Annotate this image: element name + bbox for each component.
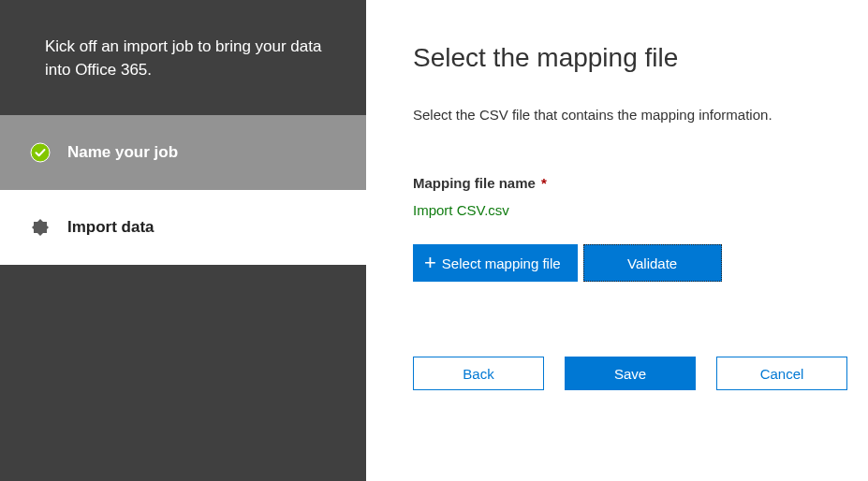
plus-icon: + (424, 253, 436, 273)
wizard-step-import-data[interactable]: Import data (0, 190, 366, 265)
svg-point-0 (31, 143, 50, 162)
file-action-row: + Select mapping file Validate (413, 244, 847, 282)
wizard-step-name-job[interactable]: Name your job (0, 115, 366, 190)
sidebar-intro-text: Kick off an import job to bring your dat… (0, 0, 366, 115)
back-button[interactable]: Back (413, 357, 544, 390)
field-label-text: Mapping file name (413, 175, 536, 191)
required-asterisk: * (541, 175, 547, 191)
current-step-icon (30, 217, 51, 238)
save-button[interactable]: Save (565, 357, 696, 390)
validate-button-label: Validate (627, 255, 677, 271)
page-title: Select the mapping file (413, 43, 847, 73)
select-mapping-file-button[interactable]: + Select mapping file (413, 244, 578, 282)
step-label: Import data (67, 218, 154, 237)
mapping-file-label: Mapping file name * (413, 175, 847, 191)
page-description: Select the CSV file that contains the ma… (413, 107, 847, 123)
select-button-label: Select mapping file (442, 255, 561, 271)
sidebar-fill (0, 265, 366, 481)
wizard-button-bar: Back Save Cancel (413, 357, 847, 390)
wizard-main-panel: Select the mapping file Select the CSV f… (366, 0, 868, 481)
wizard-container: Kick off an import job to bring your dat… (0, 0, 868, 481)
selected-file-name: Import CSV.csv (413, 202, 847, 218)
cancel-button[interactable]: Cancel (716, 357, 847, 390)
wizard-sidebar: Kick off an import job to bring your dat… (0, 0, 366, 481)
validate-button[interactable]: Validate (583, 244, 722, 282)
step-label: Name your job (67, 143, 178, 162)
checkmark-circle-icon (30, 142, 51, 163)
